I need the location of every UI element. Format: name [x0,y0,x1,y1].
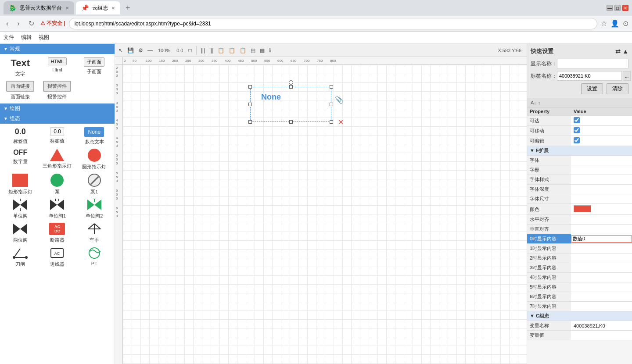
comp-pump[interactable]: 泵 [40,174,74,195]
back-button[interactable]: ‹ [4,19,11,29]
prop-row-font: 字体 [527,156,632,165]
color-swatch[interactable] [574,205,591,212]
tool4[interactable]: 📋 [227,46,237,54]
tab-2[interactable]: 📌 云组态 ✕ [76,1,120,14]
section-state[interactable]: ▼ 组态 [0,114,115,124]
comp-off[interactable]: OFF 数字量 [4,149,37,170]
zoom-btn[interactable]: □ [187,46,193,54]
tab-2-close[interactable]: ✕ [111,6,115,11]
section-normal[interactable]: ▼ 常规 [0,44,115,54]
handle-br[interactable] [330,120,333,124]
set-button[interactable]: 设置 [581,83,603,94]
tab-2-label: 云组态 [92,4,108,12]
comp-circle-red[interactable]: 圆形指示灯 [78,149,111,170]
quick-settings-icon[interactable]: ⇄ ▲ [615,48,628,55]
canvas-area: ↖ 💾 ⚙ — 100% 0.0 □ ||| ||| 📋 📋 📋 ▤ ▦ ℹ X… [115,44,527,364]
handle-tr[interactable] [330,85,333,89]
display-name-input[interactable] [557,59,628,68]
handle-tc[interactable] [289,85,293,89]
svg-point-20 [13,256,15,259]
tab-1-close[interactable]: ✕ [65,6,69,11]
menu-view[interactable]: 视图 [39,34,49,41]
prop-kedal-checkbox[interactable] [574,117,580,123]
minimize-button[interactable]: — [607,5,613,11]
comp-zimian[interactable]: 子画面 子画面 [78,57,111,77]
prop-0content-value[interactable] [571,234,632,244]
clear-button[interactable]: 清除 [607,83,628,94]
handle-ml[interactable] [248,103,252,106]
prop-color-value[interactable] [571,204,632,215]
maximize-button[interactable]: □ [614,5,621,11]
bookmark-icon[interactable]: ☆ [601,19,607,28]
prop-movable-checkbox[interactable] [574,127,580,133]
menu-edit[interactable]: 编辑 [21,34,32,41]
comp-html[interactable]: HTML Html [40,57,74,77]
comp-valve1[interactable]: 单位阀 [4,199,37,219]
select-tool[interactable]: ↖ [117,46,125,54]
prop-row-1content: 1时显示内容 [527,244,632,253]
apps-icon[interactable]: ⊙ [623,19,628,28]
svg-marker-1 [20,200,27,210]
comp-transformer[interactable]: AC 进线器 [40,247,74,268]
comp-crane[interactable]: 车手 [78,223,111,243]
handle-mr[interactable] [330,103,333,106]
svg-point-21 [25,256,28,259]
delete-icon[interactable]: ✕ [338,118,344,126]
tool7[interactable]: ▦ [258,46,266,54]
tab-1[interactable]: 🐉 思普云大数据平台 ✕ [4,1,74,14]
settings-tool[interactable]: ⚙ [136,46,145,54]
tag-name-input[interactable] [557,71,622,81]
address-bar: ‹ › ↻ ⚠ 不安全 | ☆ 👤 ⊙ [0,16,632,32]
tool5[interactable]: 📋 [238,46,248,54]
drawing-canvas[interactable]: 📎 ✕ None [123,65,527,364]
new-tab-button[interactable]: + [122,4,134,13]
comp-triangle[interactable]: 三角形指示灯 [40,149,74,170]
close-button[interactable]: ✕ [622,5,628,11]
minus-tool[interactable]: — [146,46,154,54]
sort-icon[interactable]: A↓ [531,100,536,105]
save-tool[interactable]: 💾 [126,46,136,54]
prop-kedal-value [571,116,632,126]
reload-button[interactable]: ↻ [26,18,37,29]
handle-bl[interactable] [248,120,252,124]
handle-tl[interactable] [248,85,252,89]
tool6[interactable]: ▤ [249,46,257,54]
label-val-label: 标签值 [13,138,28,145]
comp-switch[interactable]: 刀闸 [4,247,37,268]
pt-label: PT [91,261,97,266]
comp-label-val[interactable]: 0.0 标签值 [4,127,37,145]
address-input[interactable] [69,18,597,29]
comp-valve2[interactable]: 两位阀 [4,223,37,243]
breaker-label: 断路器 [50,237,65,243]
link-icon[interactable]: 📎 [335,96,344,104]
comp-breaker[interactable]: ACDC 断路器 [40,223,74,243]
account-icon[interactable]: 👤 [610,19,619,28]
section-drawing[interactable]: ▼ 绘图 [0,103,115,114]
tool2[interactable]: ||| [208,46,215,54]
none-btn-label: 多态文本 [85,139,104,145]
comp-pt[interactable]: PT [78,247,111,268]
comp-rect-red[interactable]: 矩形指示灯 [4,174,37,195]
tool8[interactable]: ℹ [267,46,273,54]
comp-pump1[interactable]: 泵1 [78,174,111,195]
prop-0content-input[interactable] [571,236,632,243]
tag-name-browse[interactable]: ... [623,71,631,81]
handle-bc[interactable] [289,120,293,124]
tool3[interactable]: 📋 [216,46,226,54]
rotate-handle[interactable] [289,80,293,85]
comp-label-box[interactable]: 0.0 标签值 [40,127,74,145]
svg-marker-5 [57,200,64,210]
comp-valve1-1[interactable]: 单位阀1 [40,199,74,219]
tool1[interactable]: ||| [199,46,207,54]
forward-button[interactable]: › [14,19,22,29]
tag-name-row: 标签名称： ... [531,71,628,81]
comp-baojing[interactable]: 报警控件 报警控件 [40,81,74,100]
comp-none-btn[interactable]: None 多态文本 [78,127,111,145]
prop-editable-checkbox[interactable] [574,137,580,143]
prop-valign-name: 垂直对齐 [527,225,571,234]
comp-text[interactable]: Text 文字 [4,57,37,77]
sort-icon2[interactable]: ↕ [538,100,541,105]
menu-file[interactable]: 文件 [4,34,14,41]
comp-huamian[interactable]: 画面链接 画面链接 [4,81,37,100]
comp-valve1-2[interactable]: 单位阀2 [78,199,111,219]
